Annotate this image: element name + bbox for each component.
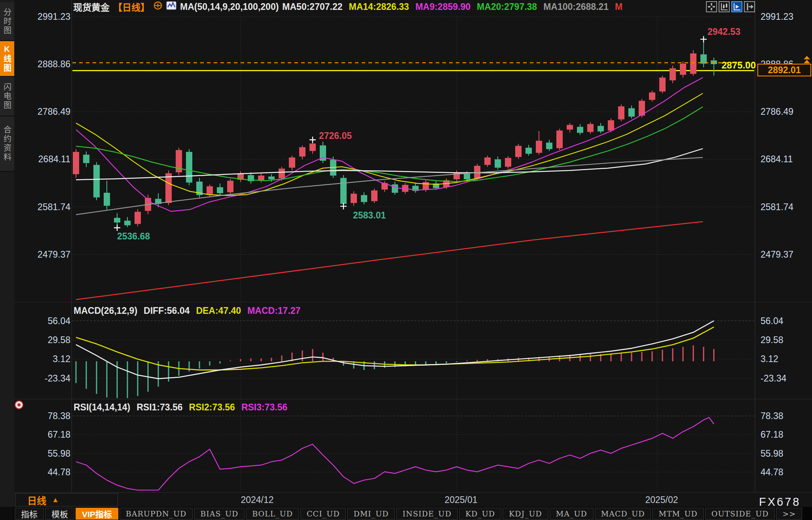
candle-body[interactable] [73, 152, 79, 174]
tab-BIAS_UD[interactable]: BIAS_UD [194, 508, 245, 520]
candle-body[interactable] [258, 176, 264, 180]
crosshair-icon[interactable] [706, 1, 717, 12]
candle-body[interactable] [227, 181, 233, 192]
ma-value-5: M [615, 2, 622, 12]
tab-KD_UD[interactable]: KD_UD [459, 508, 501, 520]
candle-body[interactable] [340, 178, 347, 204]
candle-body[interactable] [83, 155, 89, 163]
candle-body[interactable] [104, 193, 110, 206]
axis-exit-icon[interactable] [744, 1, 755, 12]
price-axis-label-right-4: 2581.74 [761, 202, 793, 213]
candle-body[interactable] [114, 218, 120, 222]
ma-line-MA20 [76, 107, 703, 182]
tab-MACD_UD[interactable]: MACD_UD [595, 508, 651, 520]
candle-body[interactable] [598, 126, 604, 131]
candle-body[interactable] [556, 131, 563, 148]
axis-play-icon[interactable] [731, 1, 742, 12]
tab-INSIDE_UD[interactable]: INSIDE_UD [396, 508, 458, 520]
macd-axis-label-right-1: 29.58 [761, 335, 784, 345]
macd-axis-label-left-2: 3.12 [31, 354, 70, 364]
candle-body[interactable] [577, 127, 583, 133]
tab-OUTSIDE_UD[interactable]: OUTSIDE_UD [705, 508, 775, 520]
horizontal-line-price-label[interactable]: 2875.00 [677, 60, 756, 71]
tab-BOLL_UD[interactable]: BOLL_UD [246, 508, 299, 520]
candle-body[interactable] [186, 152, 192, 182]
extreme-cross-marker [340, 203, 347, 209]
tab-MTM_UD[interactable]: MTM_UD [652, 508, 704, 520]
price-axis-label-left-4: 2581.74 [31, 202, 70, 213]
candle-body[interactable] [309, 144, 316, 151]
candle-body[interactable] [279, 169, 285, 178]
tab-KDJ_UD[interactable]: KDJ_UD [503, 508, 548, 520]
mini-chart-icon[interactable] [166, 1, 176, 13]
candle-body[interactable] [526, 148, 532, 154]
candle-body[interactable] [268, 176, 275, 179]
candle-body[interactable] [135, 212, 141, 224]
candle-body[interactable] [464, 174, 470, 179]
candle-body[interactable] [484, 158, 491, 165]
tab-VIP-[interactable]: VIP指标 [76, 508, 118, 520]
indicator-tabbar: 指标模板VIP指标BARUPDN_UDBIAS_UDBOLL_UDCCI_UDD… [0, 507, 812, 520]
tab->>[interactable]: >> [776, 508, 802, 520]
rsi-name[interactable]: RSI(14,14,14) [74, 402, 130, 413]
axis-candle-icon[interactable] [719, 1, 730, 12]
rsi-line [76, 418, 714, 490]
price-axis-label-right-5: 2479.37 [761, 249, 793, 260]
symbol-name: 现货黄金 [73, 0, 110, 13]
tab--[interactable]: 模板 [45, 508, 74, 520]
chart-canvas[interactable] [0, 0, 812, 493]
trading-app: 分时图K线图闪电图合约资料 现货黄金 【日线】 MA(50,14,9,20,10… [0, 0, 812, 520]
macd-header: MACD(26,12,9) DIFF:56.04 DEA:47.40 MACD:… [74, 306, 300, 316]
candle-body[interactable] [670, 68, 676, 81]
candle-body[interactable] [165, 173, 172, 203]
tab-BARUPDN_UD[interactable]: BARUPDN_UD [120, 508, 193, 520]
macd-axis-label-left-3: -23.34 [31, 373, 70, 384]
candle-body[interactable] [207, 186, 213, 194]
candle-body[interactable] [289, 158, 295, 168]
candle-body[interactable] [628, 108, 635, 116]
candle-body[interactable] [587, 124, 594, 132]
candle-body[interactable] [299, 147, 305, 156]
ma-value-0: MA50:2707.22 [282, 2, 342, 12]
x-axis-label-0: 2024/12 [241, 495, 273, 505]
candle-body[interactable] [124, 221, 131, 226]
period-selector[interactable]: 日线 ▲ [15, 493, 118, 507]
candle-body[interactable] [361, 195, 367, 202]
rsi-axis-label-left-3: 44.78 [31, 467, 70, 478]
candle-body[interactable] [217, 187, 223, 193]
tab-DMI_UD[interactable]: DMI_UD [347, 508, 395, 520]
record-target-icon[interactable] [15, 400, 23, 409]
candle-body[interactable] [371, 190, 378, 201]
rsi-axis-label-right-0: 78.38 [761, 411, 784, 421]
x-axis-label-1: 2025/01 [444, 495, 477, 505]
candle-body[interactable] [93, 165, 100, 197]
period-selector-label: 日线 [27, 493, 46, 507]
circle-plus-icon[interactable] [153, 1, 163, 13]
candle-body[interactable] [659, 78, 666, 91]
candle-body[interactable] [515, 146, 522, 157]
tab--[interactable]: 指标 [15, 508, 44, 520]
candle-body[interactable] [423, 182, 429, 190]
rsi1-value: RSI1:73.56 [137, 402, 182, 413]
period-tag[interactable]: 【日线】 [113, 0, 150, 13]
candle-body[interactable] [392, 184, 398, 193]
candle-body[interactable] [351, 194, 357, 203]
rsi-axis-label-left-2: 55.98 [31, 448, 70, 459]
ma-value-2: MA9:2859.90 [415, 2, 471, 12]
candle-body[interactable] [453, 172, 460, 179]
tab-CCI_UD[interactable]: CCI_UD [300, 508, 346, 520]
macd-diff-line [76, 321, 714, 379]
macd-name[interactable]: MACD(26,12,9) [74, 306, 137, 316]
candle-body[interactable] [495, 159, 501, 168]
tab-MA_UD[interactable]: MA_UD [550, 508, 594, 520]
extreme-cross-marker [309, 137, 316, 143]
candle-body[interactable] [536, 141, 542, 153]
candle-body[interactable] [649, 93, 655, 100]
candle-body[interactable] [546, 142, 552, 149]
macd-diff-value: DIFF:56.04 [144, 306, 190, 316]
candle-body[interactable] [505, 158, 511, 167]
candle-body[interactable] [567, 125, 573, 130]
candle-body[interactable] [618, 106, 624, 120]
rsi2-value: RSI2:73.56 [189, 402, 235, 413]
candle-body[interactable] [608, 120, 614, 131]
